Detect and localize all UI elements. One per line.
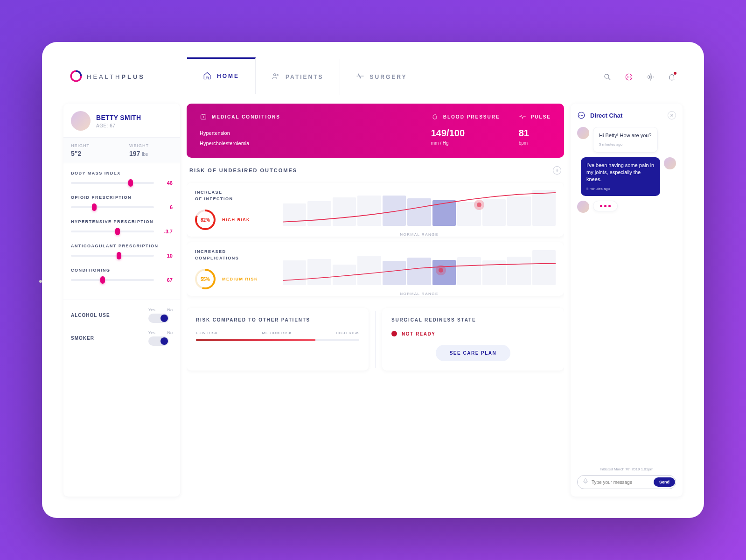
- risks-section-title: RISK OF UNDESIRED OUTCOMES: [189, 168, 297, 173]
- readiness-card: SURGICAL REDINESS STATE NOT READY SEE CA…: [382, 308, 564, 371]
- pulse-heading: PULSE: [519, 113, 551, 120]
- chat-initiated: Initiated March 7th 2019 1.01pm: [577, 467, 676, 471]
- close-icon[interactable]: ✕: [668, 111, 676, 119]
- risk-name: INCREASEOF INFECTION: [195, 189, 274, 202]
- slider-label: ANTICOAGULANT PRESCRIPTION: [71, 244, 173, 248]
- readiness-status: NOT READY: [402, 331, 435, 336]
- chat-icon[interactable]: [625, 73, 633, 81]
- brand-name: HEALTHPLUS: [87, 73, 145, 80]
- bp-heading: BLOOD PRESSURE: [431, 113, 500, 120]
- nav-surgery[interactable]: SURGERY: [340, 59, 423, 95]
- nav-patients[interactable]: PATIENTS: [256, 59, 340, 95]
- mic-icon[interactable]: [582, 478, 589, 486]
- gear-icon[interactable]: [646, 73, 655, 81]
- scale-medium: MEDIUM RISK: [262, 331, 292, 335]
- toggle-label: ALCOHOL USE: [71, 313, 110, 318]
- chat-input[interactable]: [592, 480, 651, 485]
- pulse-value: 81: [519, 128, 551, 139]
- height-label: HEIGHT: [71, 143, 114, 148]
- chat-panel: Direct Chat ✕ Hi Betty! How are you? 5 m…: [571, 104, 683, 497]
- bp-value: 149/100: [431, 128, 500, 139]
- patient-name: BETTY SMITH: [96, 114, 141, 121]
- slider-label: BODY MASS INDEX: [71, 171, 173, 175]
- msg-avatar: [577, 127, 589, 139]
- svg-point-1: [277, 74, 278, 76]
- toggle-knob: [160, 337, 168, 345]
- nav-home[interactable]: HOME: [187, 57, 256, 94]
- patient-age: AGE: 67: [96, 123, 141, 128]
- bell-icon[interactable]: [668, 73, 676, 81]
- slider-track[interactable]: [71, 255, 154, 257]
- condition-item: Hypercholesterolemia: [200, 138, 412, 148]
- chart-marker: [474, 200, 484, 210]
- msg-avatar: [664, 157, 676, 169]
- msg-time: 5 minutes ago: [586, 186, 655, 191]
- slider-value: 6: [159, 204, 173, 210]
- readiness-title: SURGICAL REDINESS STATE: [391, 317, 555, 322]
- main-nav: HOME PATIENTS SURGERY: [187, 59, 423, 95]
- slider-track[interactable]: [71, 206, 154, 208]
- toggle-row: ALCOHOL USE YesNo: [71, 300, 173, 323]
- patient-avatar: [71, 111, 91, 131]
- patients-icon: [272, 72, 280, 82]
- chat-input-container: Send: [577, 475, 676, 489]
- slider-value: -3.7: [159, 229, 173, 234]
- weight-label: WEIGHT: [129, 143, 173, 148]
- msg-bubble: I've been having some pain in my joints,…: [581, 157, 660, 196]
- toggle-label: SMOKER: [71, 336, 94, 341]
- risk-card: INCREASEOF INFECTION 82% HIGH RISK NORMA…: [187, 183, 564, 237]
- msg-text: I've been having some pain in my joints,…: [586, 162, 655, 183]
- slider-label: CONDITIONING: [71, 268, 173, 273]
- risk-chart: NORMAL RANGE: [283, 189, 556, 230]
- scale-low: LOW RISK: [196, 331, 218, 335]
- slider-row: OPIOID PRESCRIPTION 6: [71, 195, 173, 210]
- logo-icon: [70, 70, 82, 84]
- weight-value: 197 lbs: [129, 150, 173, 157]
- toggle-switch[interactable]: [148, 314, 169, 323]
- toggle-switch[interactable]: [148, 336, 169, 346]
- risk-card: INCREASEDCOMPLICATIONS 55% MEDIUM RISK N…: [187, 242, 564, 296]
- slider-thumb[interactable]: [128, 179, 133, 187]
- send-button[interactable]: Send: [654, 477, 675, 487]
- slider-track[interactable]: [71, 182, 154, 184]
- height-value: 5"2: [71, 150, 114, 157]
- bp-unit: mm / Hg: [431, 140, 500, 146]
- risk-gauge: 55%: [195, 269, 216, 289]
- slider-thumb[interactable]: [115, 228, 120, 235]
- slider-row: ANTICOAGULANT PRESCRIPTION 10: [71, 244, 173, 259]
- slider-track[interactable]: [71, 231, 154, 232]
- slider-value: 46: [159, 180, 173, 186]
- slider-track[interactable]: [71, 279, 154, 281]
- svg-point-12: [583, 115, 583, 116]
- risk-gauge: 82%: [195, 210, 216, 230]
- slider-thumb[interactable]: [117, 252, 121, 259]
- chart-marker: [436, 265, 446, 275]
- risk-level: MEDIUM RISK: [222, 277, 258, 281]
- condition-item: Hypertension: [200, 128, 412, 138]
- search-icon[interactable]: [603, 73, 612, 81]
- chat-message: I've been having some pain in my joints,…: [577, 157, 676, 196]
- see-care-plan-button[interactable]: SEE CARE PLAN: [436, 345, 511, 361]
- add-risk-button[interactable]: +: [553, 166, 561, 175]
- normal-range-label: NORMAL RANGE: [400, 232, 439, 237]
- svg-point-10: [580, 115, 580, 116]
- slider-thumb[interactable]: [100, 276, 105, 284]
- chat-title: Direct Chat: [577, 111, 622, 119]
- home-icon: [203, 71, 211, 81]
- svg-point-2: [605, 74, 609, 78]
- chat-message: Hi Betty! How are you? 5 minutes ago: [577, 127, 676, 153]
- svg-point-7: [649, 76, 652, 78]
- svg-point-11: [581, 115, 582, 116]
- svg-point-0: [274, 74, 276, 76]
- risk-compared-card: RISK COMPARED TO OTHER PATIENTS LOW RISK…: [187, 308, 369, 371]
- nav-label: SURGERY: [370, 74, 407, 80]
- risk-compared-title: RISK COMPARED TO OTHER PATIENTS: [196, 317, 359, 322]
- slider-label: HYPERTENSIVE PRESCRIPTION: [71, 219, 173, 224]
- nav-label: PATIENTS: [286, 74, 324, 80]
- topbar: HEALTHPLUS HOME PATIENTS SURGERY: [59, 59, 687, 95]
- toggle-knob: [160, 315, 168, 322]
- conditions-heading: MEDICAL CONDITIONS: [200, 113, 412, 120]
- msg-bubble: Hi Betty! How are you? 5 minutes ago: [593, 127, 658, 153]
- slider-thumb[interactable]: [92, 203, 97, 211]
- svg-point-5: [629, 77, 629, 77]
